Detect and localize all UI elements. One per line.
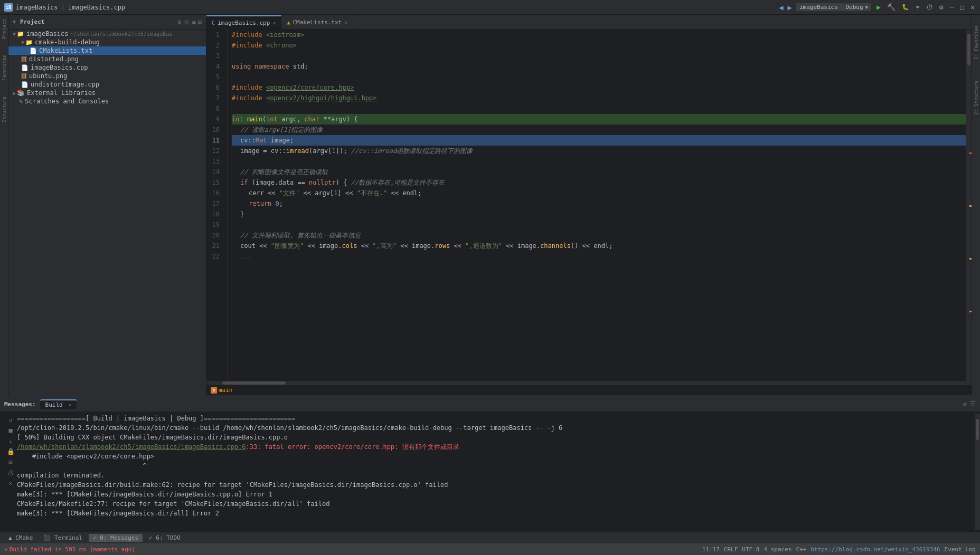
tree-item-ubuntu-png[interactable]: 🖼 ubuntu.png <box>8 72 206 80</box>
console-output: ↺ ■ ↓ 🔒 ⊟ 🖨 ✕ ==================[ Build … <box>0 412 980 532</box>
settings-button[interactable]: ⚙ <box>938 2 945 12</box>
tab-messages[interactable]: ✓ 0: Messages <box>89 534 143 542</box>
file-tree-title: Project <box>20 18 174 25</box>
console-line-header: ==================[ Build | imageBasics … <box>17 414 975 423</box>
print-icon[interactable]: 🖨 <box>6 468 15 477</box>
project-collapse-icon[interactable]: ▼ <box>13 19 16 25</box>
code-line-3 <box>232 51 966 61</box>
tab-close-imagebasics[interactable]: ✕ <box>272 20 276 26</box>
language[interactable]: C++ <box>796 546 806 553</box>
tree-item-cmakelists[interactable]: 📄 CMakeLists.txt <box>8 46 206 55</box>
title-bar: iB imageBasics | imageBasics.cpp ◀ ▶ ima… <box>0 0 980 15</box>
coverage-button[interactable]: ☂ <box>915 2 921 12</box>
layout-icon[interactable]: ☰ <box>970 400 976 408</box>
error-text: :33: fatal error: opencv2/core/core.hpp:… <box>246 442 459 452</box>
code-line-2: #include <chrono> <box>232 40 966 51</box>
gear-icon[interactable]: ⚙ <box>177 18 181 26</box>
project-debug-selector[interactable]: imageBasics | Debug ▼ <box>796 3 871 11</box>
tab-cmake[interactable]: ▲ CMake <box>4 534 37 542</box>
rerun-icon[interactable]: ↺ <box>6 416 15 424</box>
app-icon: iB <box>4 3 13 12</box>
window-minimize[interactable]: ─ <box>949 2 955 12</box>
status-left: ✕ Build failed in 505 ms (moments ago) <box>4 546 135 553</box>
nav-back-icon[interactable]: ◀ <box>779 3 783 12</box>
tab-todo[interactable]: ✓ 6: TODO <box>145 534 185 542</box>
tab-build-close[interactable]: ✕ <box>68 402 71 408</box>
console-text-area: ==================[ Build | imageBasics … <box>17 414 975 530</box>
indent[interactable]: 4 spaces <box>764 546 791 553</box>
encoding[interactable]: UTF-8 <box>742 546 759 553</box>
scroll-marker-1 <box>969 152 972 154</box>
tree-item-cmake-build-debug[interactable]: ▼ 📁 cmake-build-debug <box>8 38 206 46</box>
console-line-make3: CMakeFiles/Makefile2:77: recipe for targ… <box>17 499 975 509</box>
tab-cmakelists[interactable]: ▲ CMakeLists.txt ✕ <box>281 15 353 29</box>
sidebar-tab-structure[interactable]: Structure <box>2 97 7 122</box>
tree-item-distorted-png[interactable]: 🖼 distorted.png <box>8 55 206 63</box>
scroll-thumb[interactable] <box>967 34 970 65</box>
settings-icon[interactable]: ⚙ <box>963 400 967 408</box>
right-tab-favorites[interactable]: 2: Favorites <box>974 25 979 60</box>
error-file-link[interactable]: /home/wh/shenlan/slambook2/ch5/imageBasi… <box>17 442 246 452</box>
line-11: 11 <box>206 135 223 146</box>
tab-build[interactable]: Build ✕ <box>40 399 77 409</box>
status-right: 11:17 CRLF UTF-8 4 spaces C++ https://bl… <box>702 546 976 553</box>
tab-terminal[interactable]: ⬛ Terminal <box>39 534 87 542</box>
tree-item-imagebasics-root[interactable]: ▼ 📁 imageBasics ~/shenlan/slambook2/ch5/… <box>8 30 206 38</box>
console-sidebar: ↺ ■ ↓ 🔒 ⊟ 🖨 ✕ <box>4 414 17 530</box>
cpp-file-icon: C <box>212 20 215 26</box>
console-line-cmake: /opt/clion-2019.2.5/bin/cmake/linux/bin/… <box>17 423 975 433</box>
window-maximize[interactable]: □ <box>959 2 965 12</box>
tab-close-cmake[interactable]: ✕ <box>344 20 347 25</box>
code-line-18: } <box>232 209 966 219</box>
tree-item-external-libraries[interactable]: ▶ 📚 External Libraries <box>8 89 206 97</box>
collapse-icon[interactable]: ⊟ <box>198 18 202 26</box>
tree-item-scratches[interactable]: ✎ Scratches and Consoles <box>8 97 206 106</box>
editor-scrollbar[interactable] <box>966 30 972 381</box>
cursor-position[interactable]: 11:17 <box>702 546 720 553</box>
console-scroll-thumb[interactable] <box>976 419 979 440</box>
stop-icon[interactable]: ■ <box>6 426 15 435</box>
build-button[interactable]: 🔨 <box>886 2 897 12</box>
tree-item-imagebasics-cpp[interactable]: 📄 imageBasics.cpp <box>8 63 206 72</box>
horiz-scroll-thumb[interactable] <box>222 381 286 385</box>
dropdown-icon: ▼ <box>865 5 868 10</box>
console-line-include: #include <opencv2/core/core.hpp> <box>17 452 975 461</box>
left-sidebar-tabs: Project Favorites Structure <box>0 15 8 396</box>
sidebar-tab-project[interactable]: Project <box>2 19 7 39</box>
line-separator[interactable]: CRLF <box>724 546 738 553</box>
tune-icon[interactable]: ⛭ <box>184 18 190 26</box>
line-12: 12 <box>206 146 223 156</box>
code-line-11: cv::Mat image; <box>232 135 966 146</box>
build-status: ✕ Build failed in 505 ms (moments ago) <box>4 546 135 553</box>
console-scrollbar[interactable] <box>975 414 980 530</box>
nav-fwd-icon[interactable]: ▶ <box>788 3 792 12</box>
run-button[interactable]: ▶ <box>875 2 882 12</box>
func-icon: m <box>211 387 217 394</box>
project-name: imageBasics <box>799 4 838 11</box>
filter-icon[interactable]: ⊟ <box>6 458 15 466</box>
blog-link[interactable]: https://blog.csdn.net/weixin_43619346 <box>811 546 940 553</box>
profile-button[interactable]: ⏱ <box>925 2 934 12</box>
line-7: 7 <box>206 93 223 103</box>
scroll-lock-icon[interactable]: 🔒 <box>6 447 15 456</box>
window-close[interactable]: ✕ <box>969 2 976 12</box>
code-line-19 <box>232 219 966 230</box>
horiz-scrollbar[interactable] <box>206 381 972 385</box>
line-8: 8 <box>206 103 223 114</box>
code-content[interactable]: #include <iostream> #include <chrono> us… <box>228 30 966 381</box>
scroll-down-icon[interactable]: ↓ <box>6 437 15 445</box>
debug-button[interactable]: 🐛 <box>901 3 910 12</box>
right-tab-structure[interactable]: 2: Structure <box>974 81 979 115</box>
line-15: 15 <box>206 177 223 188</box>
console-line-building: [ 50%] Building CXX object CMakeFiles/im… <box>17 433 975 442</box>
messages-label: Messages: <box>4 401 36 408</box>
error-icon: ✕ <box>4 546 8 553</box>
tree-item-undistort-cpp[interactable]: 📄 undistortImage.cpp <box>8 80 206 89</box>
sidebar-tab-favorites[interactable]: Favorites <box>2 55 7 81</box>
close-icon[interactable]: ✕ <box>6 479 15 487</box>
tab-imagebasics-cpp[interactable]: C imageBasics.cpp ✕ <box>206 15 281 29</box>
line-5: 5 <box>206 72 223 82</box>
code-line-8 <box>232 103 966 114</box>
event-log[interactable]: Event Log <box>944 546 976 553</box>
settings-icon[interactable]: ≡ <box>192 18 196 26</box>
